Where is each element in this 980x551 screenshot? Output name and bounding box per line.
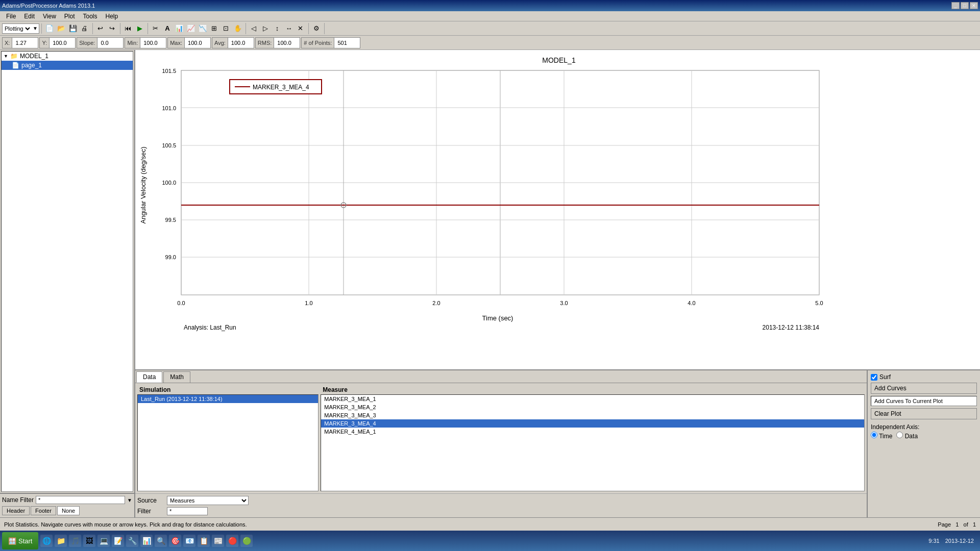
surf-checkbox[interactable]: [871, 374, 877, 381]
taskbar-ie-icon[interactable]: 🌐: [40, 535, 53, 547]
grid2-icon[interactable]: ⊡: [220, 23, 232, 34]
redo-icon[interactable]: ↪: [107, 23, 118, 34]
right-sidebar: Surf Add Curves Add Curves To Current Pl…: [868, 370, 980, 517]
taskbar-app11-icon[interactable]: 🔴: [226, 535, 238, 547]
name-filter-input[interactable]: [36, 496, 125, 504]
zoom-x-icon[interactable]: ↔: [283, 23, 295, 34]
tree-item-page1[interactable]: 📄 page_1: [2, 61, 133, 70]
play-icon[interactable]: ▶: [134, 23, 145, 34]
measure-header: Measure: [321, 385, 865, 394]
taskbar-app5-icon[interactable]: 📊: [140, 535, 153, 547]
taskbar-media-icon[interactable]: 🎵: [69, 535, 81, 547]
menu-view[interactable]: View: [39, 12, 60, 21]
measure-item-3[interactable]: MARKER_3_MEA_4: [321, 419, 864, 428]
grid1-icon[interactable]: ⊞: [209, 23, 220, 34]
measure-item-0[interactable]: MARKER_3_MEA_1: [321, 395, 864, 403]
undo-icon[interactable]: ↩: [95, 23, 106, 34]
axis-time-radio[interactable]: [871, 432, 877, 438]
minimize-button[interactable]: _: [951, 2, 960, 9]
add-curves-button[interactable]: Add Curves: [871, 383, 977, 394]
taskbar-tray: 9:31 2013-12-12: [924, 538, 978, 544]
zoom-y-icon[interactable]: ↕: [272, 23, 283, 34]
rewind-icon[interactable]: ⏮: [122, 23, 134, 34]
taskbar-app9-icon[interactable]: 📋: [198, 535, 210, 547]
chart2-icon[interactable]: 📈: [185, 23, 197, 34]
taskbar-app7-icon[interactable]: 🎯: [169, 535, 181, 547]
taskbar-app8-icon[interactable]: 📧: [183, 535, 195, 547]
measure-item-2[interactable]: MARKER_3_MEA_3: [321, 411, 864, 419]
source-select[interactable]: Measures Results Requests: [167, 496, 249, 505]
new-icon[interactable]: 📄: [44, 23, 55, 34]
plot-grid: MARKER_3_MEA_4 101.5 101.0 100.5 100.0 9…: [162, 68, 823, 306]
clear-plot-button[interactable]: Clear Plot: [871, 408, 977, 419]
statusbar: Plot Statistics. Navigate curves with mo…: [0, 517, 980, 531]
save-icon[interactable]: 💾: [67, 23, 79, 34]
plotting-mode-select[interactable]: Plotting: [3, 25, 32, 32]
menubar: File Edit View Plot Tools Help: [0, 11, 980, 21]
tree-item-model1[interactable]: ▼ 📁 MODEL_1: [2, 52, 133, 61]
chart1-icon[interactable]: 📊: [174, 23, 185, 34]
chart3-icon[interactable]: 📉: [197, 23, 208, 34]
page-of: of: [964, 521, 968, 528]
filter-input[interactable]: [167, 507, 208, 515]
titlebar: Adams/PostProcessor Adams 2013.1 _ □ ✕: [0, 0, 980, 11]
pan-icon[interactable]: ✋: [232, 23, 243, 34]
settings-tools: ⚙: [311, 23, 325, 34]
menu-tools[interactable]: Tools: [79, 12, 102, 21]
taskbar-app10-icon[interactable]: 📰: [212, 535, 224, 547]
cut-icon[interactable]: ✂: [150, 23, 161, 34]
axis-data-label[interactable]: Data: [896, 432, 918, 440]
y-label: Y:: [40, 38, 50, 48]
tray-time: 9:31: [928, 538, 939, 544]
independent-axis-section: Independent Axis: Time Data: [871, 423, 977, 440]
axis-radio-group: Time Data: [871, 432, 977, 440]
taskbar-app6-icon[interactable]: 🔍: [155, 535, 167, 547]
filter-dropdown-icon[interactable]: ▼: [127, 497, 132, 503]
plot-svg[interactable]: MODEL_1: [135, 50, 980, 369]
tab-data[interactable]: Data: [136, 371, 162, 383]
nav-tools: ◁ ▷ ↕ ↔ ✕: [248, 23, 309, 34]
taskbar-app2-icon[interactable]: 💻: [97, 535, 110, 547]
x-stat: X: 1.27: [2, 37, 38, 48]
close-button[interactable]: ✕: [970, 2, 978, 9]
axis-time-label[interactable]: Time: [871, 432, 892, 440]
print-icon[interactable]: 🖨: [79, 23, 90, 34]
y-tick-100-0: 100.0: [162, 180, 176, 186]
panel-row: Data Math Simulation Last_Run (2013-12-1…: [135, 369, 980, 517]
plotting-mode-dropdown[interactable]: Plotting ▼: [2, 23, 39, 34]
measure-item-1[interactable]: MARKER_3_MEA_2: [321, 403, 864, 411]
open-icon[interactable]: 📂: [56, 23, 67, 34]
measure-item-4[interactable]: MARKER_4_MEA_1: [321, 428, 864, 436]
taskbar-app3-icon[interactable]: 📝: [112, 535, 124, 547]
menu-edit[interactable]: Edit: [20, 12, 39, 21]
filter-tab-header[interactable]: Header: [2, 506, 30, 515]
taskbar-app12-icon[interactable]: 🟢: [240, 535, 253, 547]
measure-list[interactable]: MARKER_3_MEA_1 MARKER_3_MEA_2 MARKER_3_M…: [321, 394, 865, 491]
taskbar-folder-icon[interactable]: 📁: [55, 535, 67, 547]
filter-tab-none[interactable]: None: [57, 506, 80, 515]
tab-math[interactable]: Math: [163, 371, 190, 383]
menu-plot[interactable]: Plot: [60, 12, 79, 21]
remove-icon[interactable]: ✕: [295, 23, 306, 34]
taskbar-app4-icon[interactable]: 🔧: [126, 535, 138, 547]
filter-tab-footer[interactable]: Footer: [31, 506, 56, 515]
taskbar-pic-icon[interactable]: 🖼: [83, 535, 95, 547]
y-value: 100.0: [50, 38, 75, 48]
next-icon[interactable]: ▷: [260, 23, 271, 34]
simulation-list[interactable]: Last_Run (2013-12-12 11:38:14): [137, 394, 318, 491]
center-panel: Data Math Simulation Last_Run (2013-12-1…: [135, 370, 868, 517]
maximize-button[interactable]: □: [961, 2, 969, 9]
prev-icon[interactable]: ◁: [248, 23, 259, 34]
text-icon[interactable]: A: [162, 23, 173, 34]
axis-data-radio[interactable]: [896, 432, 903, 438]
page-current: 1: [955, 521, 959, 528]
surf-row: Surf: [871, 373, 977, 381]
start-button[interactable]: 🪟 Start: [2, 532, 38, 549]
menu-help[interactable]: Help: [102, 12, 122, 21]
menu-file[interactable]: File: [2, 12, 20, 21]
y-axis-label: Angular Velocity (deg/sec): [139, 146, 147, 223]
model1-label: MODEL_1: [20, 53, 48, 60]
simulation-item-lastrun[interactable]: Last_Run (2013-12-12 11:38:14): [138, 395, 318, 403]
x-axis-label: Time (sec): [482, 314, 513, 322]
settings-icon[interactable]: ⚙: [311, 23, 322, 34]
